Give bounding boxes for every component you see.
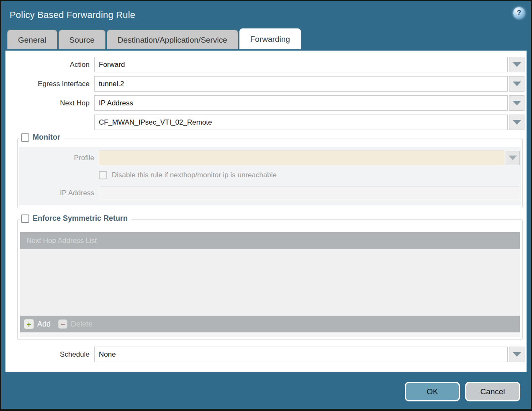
- profile-dropdown-button: [506, 151, 520, 165]
- chevron-down-icon: [513, 101, 521, 105]
- monitor-checkbox[interactable]: [21, 133, 29, 142]
- symmetric-return-groupbox: Enforce Symmetric Return Next Hop Addres…: [17, 219, 523, 340]
- symmetric-return-checkbox[interactable]: [21, 214, 29, 223]
- symmetric-return-legend: Enforce Symmetric Return: [20, 214, 131, 223]
- egress-interface-label: Egress Interface: [5, 80, 94, 88]
- schedule-value: None: [99, 350, 116, 359]
- next-hop-address-row: CF_MWAN_IPsec_VTI_02_Remote: [5, 115, 527, 130]
- add-plus-icon: +: [24, 319, 34, 329]
- symmetric-return-legend-label: Enforce Symmetric Return: [33, 214, 128, 223]
- action-value: Forward: [99, 61, 125, 69]
- egress-interface-select[interactable]: tunnel.2: [94, 76, 508, 92]
- next-hop-address-select[interactable]: CF_MWAN_IPsec_VTI_02_Remote: [94, 115, 508, 130]
- ok-button-label: OK: [427, 387, 438, 396]
- chevron-down-icon: [513, 352, 521, 357]
- tab-general[interactable]: General: [7, 30, 57, 49]
- monitor-ip-input: [99, 186, 520, 200]
- tab-forwarding[interactable]: Forwarding: [239, 28, 301, 49]
- action-select[interactable]: Forward: [94, 57, 508, 72]
- action-dropdown-button[interactable]: [509, 57, 524, 72]
- next-hop-type-value: IP Address: [99, 99, 133, 107]
- chevron-down-icon: [513, 120, 521, 125]
- disable-rule-checkbox: [99, 171, 107, 179]
- next-hop-address-table-toolbar: + Add − Delete: [20, 316, 520, 332]
- monitor-ip-row: IP Address: [19, 186, 521, 200]
- forwarding-tab-panel: Action Forward Egress Interface tunnel.2…: [5, 51, 527, 372]
- action-label: Action: [5, 61, 94, 69]
- egress-interface-dropdown-button[interactable]: [509, 76, 524, 92]
- chevron-down-icon: [513, 82, 521, 86]
- action-row: Action Forward: [5, 57, 527, 72]
- egress-interface-value: tunnel.2: [99, 80, 124, 88]
- monitor-legend-label: Monitor: [33, 133, 60, 142]
- next-hop-address-table-header: Next Hop Address List: [20, 232, 520, 249]
- chevron-down-icon: [509, 156, 517, 160]
- delete-button: − Delete: [58, 319, 93, 329]
- monitor-ip-label: IP Address: [19, 189, 99, 197]
- table-bottom-strip: [20, 332, 520, 337]
- cancel-button-label: Cancel: [480, 387, 505, 396]
- policy-based-forwarding-dialog: Policy Based Forwarding Rule ? General S…: [0, 0, 532, 411]
- tab-bar: General Source Destination/Application/S…: [1, 28, 531, 49]
- next-hop-type-dropdown-button[interactable]: [509, 95, 524, 111]
- monitor-groupbox: Monitor Profile Disable this rule if nex…: [17, 138, 523, 208]
- next-hop-address-dropdown-button[interactable]: [509, 115, 524, 130]
- next-hop-address-value: CF_MWAN_IPsec_VTI_02_Remote: [99, 118, 212, 127]
- schedule-label: Schedule: [5, 350, 94, 359]
- next-hop-address-table-body[interactable]: [20, 249, 520, 316]
- monitor-panel: Profile Disable this rule if nexthop/mon…: [19, 147, 521, 205]
- dialog-titlebar: Policy Based Forwarding Rule: [1, 1, 531, 28]
- tab-destination-application-service[interactable]: Destination/Application/Service: [107, 30, 238, 49]
- chevron-down-icon: [513, 62, 521, 67]
- help-glyph: ?: [517, 9, 521, 17]
- schedule-row: Schedule None: [5, 347, 527, 362]
- ok-button[interactable]: OK: [405, 382, 460, 401]
- delete-minus-icon: −: [58, 319, 67, 329]
- cancel-button[interactable]: Cancel: [465, 382, 520, 401]
- disable-rule-row: Disable this rule if nexthop/monitor ip …: [99, 171, 521, 179]
- help-icon[interactable]: ?: [513, 7, 525, 19]
- next-hop-address-column-header: Next Hop Address List: [26, 237, 97, 245]
- profile-select: [99, 151, 504, 165]
- schedule-dropdown-button[interactable]: [509, 347, 524, 362]
- egress-interface-row: Egress Interface tunnel.2: [5, 76, 527, 92]
- next-hop-address-table: Next Hop Address List + Add − Delete: [20, 232, 520, 337]
- next-hop-type-select[interactable]: IP Address: [94, 95, 508, 111]
- disable-rule-label: Disable this rule if nexthop/monitor ip …: [112, 171, 277, 179]
- delete-button-label: Delete: [71, 320, 93, 329]
- tab-source[interactable]: Source: [59, 30, 105, 49]
- add-button-label: Add: [37, 320, 51, 329]
- monitor-legend: Monitor: [20, 133, 64, 142]
- next-hop-row: Next Hop IP Address: [5, 95, 527, 111]
- profile-label: Profile: [19, 154, 99, 162]
- dialog-title: Policy Based Forwarding Rule: [10, 10, 135, 20]
- profile-row: Profile: [19, 151, 521, 165]
- add-button[interactable]: + Add: [24, 319, 51, 329]
- next-hop-label: Next Hop: [5, 99, 94, 107]
- schedule-select[interactable]: None: [94, 347, 508, 362]
